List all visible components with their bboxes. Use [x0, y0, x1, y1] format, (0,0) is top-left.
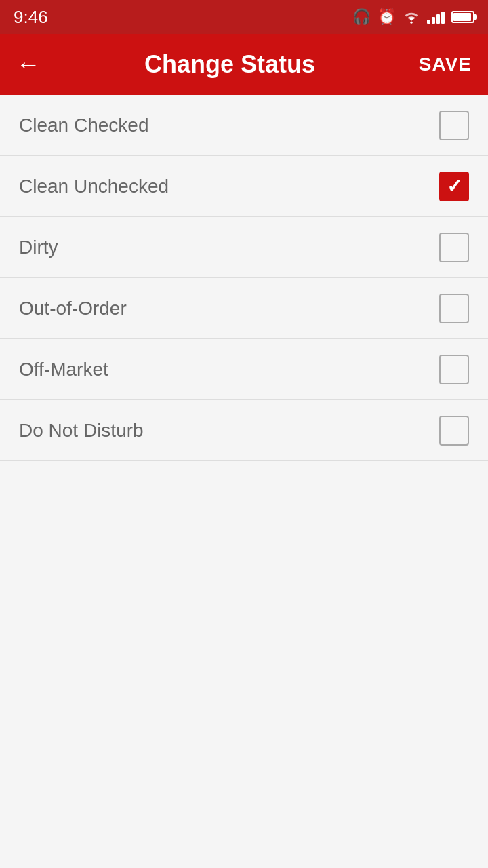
checkbox-do-not-disturb[interactable]	[439, 416, 469, 446]
list-item-do-not-disturb[interactable]: Do Not Disturb	[0, 400, 488, 461]
status-list: Clean CheckedClean UncheckedDirtyOut-of-…	[0, 95, 488, 461]
list-item-clean-unchecked[interactable]: Clean Unchecked	[0, 156, 488, 217]
list-item-off-market[interactable]: Off-Market	[0, 339, 488, 400]
list-item-dirty[interactable]: Dirty	[0, 217, 488, 278]
list-item-clean-checked[interactable]: Clean Checked	[0, 95, 488, 156]
save-button[interactable]: SAVE	[419, 54, 472, 75]
page-title: Change Status	[41, 50, 419, 79]
status-time: 9:46	[14, 7, 48, 28]
checkbox-clean-unchecked[interactable]	[439, 172, 469, 201]
wifi-icon	[403, 9, 420, 24]
alarm-icon: ⏰	[378, 8, 396, 26]
checkbox-out-of-order[interactable]	[439, 294, 469, 323]
back-button[interactable]: ←	[16, 52, 41, 77]
checkbox-off-market[interactable]	[439, 355, 469, 384]
app-bar: ← Change Status SAVE	[0, 34, 488, 95]
list-item-label-off-market: Off-Market	[19, 359, 108, 380]
list-item-label-clean-checked: Clean Checked	[19, 115, 148, 136]
checkbox-dirty[interactable]	[439, 233, 469, 262]
battery-icon	[451, 11, 474, 23]
svg-point-0	[410, 22, 412, 24]
status-bar: 9:46 🎧 ⏰	[0, 0, 488, 34]
status-icons: 🎧 ⏰	[352, 8, 474, 26]
list-item-label-do-not-disturb: Do Not Disturb	[19, 420, 144, 441]
headset-icon: 🎧	[352, 8, 371, 26]
list-item-label-out-of-order: Out-of-Order	[19, 298, 127, 319]
empty-content	[0, 461, 488, 868]
list-item-out-of-order[interactable]: Out-of-Order	[0, 278, 488, 339]
signal-icon	[427, 10, 445, 24]
list-item-label-dirty: Dirty	[19, 237, 58, 258]
checkbox-clean-checked[interactable]	[439, 111, 469, 140]
list-item-label-clean-unchecked: Clean Unchecked	[19, 176, 169, 197]
